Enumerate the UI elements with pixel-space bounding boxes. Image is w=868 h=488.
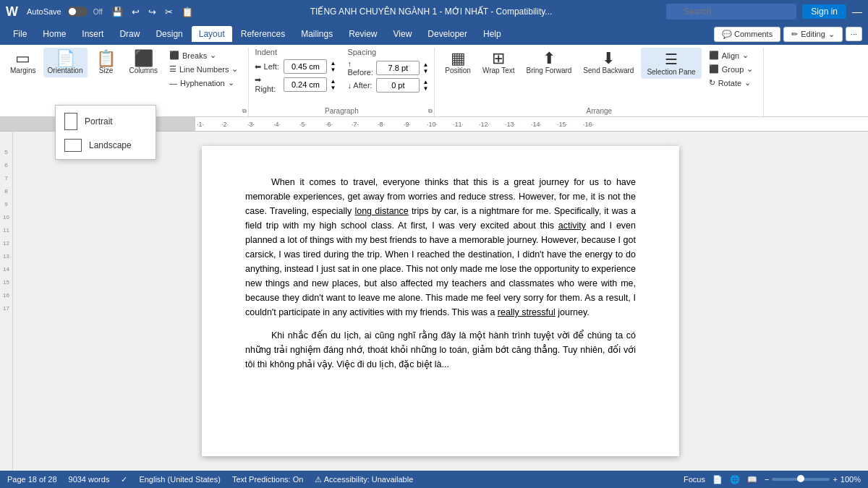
wrap-text-button[interactable]: ⊞ Wrap Text bbox=[478, 48, 519, 77]
spacing-after-up[interactable]: ▲ bbox=[422, 79, 428, 85]
menu-home[interactable]: Home bbox=[35, 26, 73, 42]
columns-button[interactable]: ⬛ Columns bbox=[125, 48, 162, 77]
rotate-label: Rotate bbox=[718, 79, 741, 87]
undo-button[interactable]: ↩ bbox=[129, 5, 142, 19]
paragraph-group: Indent ⬅ Left: ▲ ▼ ➡ Right: ▲ bbox=[249, 48, 435, 116]
save-button[interactable]: 💾 bbox=[109, 5, 126, 19]
ruler-tick: ·3· bbox=[247, 121, 255, 128]
margins-icon: ▭ bbox=[15, 51, 30, 67]
menu-file[interactable]: File bbox=[6, 26, 34, 42]
landscape-option[interactable]: Landscape bbox=[56, 134, 156, 156]
accessibility-label[interactable]: ⚠ Accessibility: Unavailable bbox=[315, 475, 413, 484]
position-icon: ▦ bbox=[451, 51, 466, 67]
menu-developer[interactable]: Developer bbox=[420, 26, 475, 42]
size-button[interactable]: 📋 Size bbox=[90, 48, 122, 77]
menu-layout[interactable]: Layout bbox=[192, 26, 232, 42]
indent-left-input[interactable] bbox=[284, 59, 327, 74]
zoom-out-button[interactable]: − bbox=[765, 475, 769, 484]
spacing-before-up[interactable]: ▲ bbox=[422, 61, 428, 68]
breaks-button[interactable]: ⬛ Breaks ⌄ bbox=[165, 49, 242, 61]
format-button[interactable]: 📋 bbox=[179, 5, 196, 19]
spacing-after-spin[interactable]: ▲ ▼ bbox=[422, 79, 428, 92]
indent-left-row: ⬅ Left: ▲ ▼ bbox=[255, 59, 336, 74]
menu-right-side: 💬 Comments ✏ Arrange Editing ⌄ ··· bbox=[714, 27, 862, 42]
selection-pane-button[interactable]: ☰ Selection Pane bbox=[641, 48, 701, 79]
language-label[interactable]: English (United States) bbox=[139, 475, 221, 484]
zoom-in-button[interactable]: + bbox=[833, 475, 837, 484]
line-numbers-label: Line Numbers bbox=[179, 65, 229, 74]
spacing-before-spin[interactable]: ▲ ▼ bbox=[422, 61, 428, 74]
arrange-content: ▦ Position ⊞ Wrap Text ⬆ Bring Forward ⬇… bbox=[441, 48, 757, 106]
view-print-icon[interactable]: 📄 bbox=[712, 475, 723, 484]
spacing-before-down[interactable]: ▼ bbox=[422, 68, 428, 74]
spacing-before-input[interactable] bbox=[376, 61, 420, 75]
portrait-option[interactable]: Portrait bbox=[56, 108, 156, 134]
indent-left-down[interactable]: ▼ bbox=[330, 67, 336, 73]
menu-view[interactable]: View bbox=[386, 26, 420, 42]
indent-col: Indent ⬅ Left: ▲ ▼ ➡ Right: ▲ bbox=[255, 48, 336, 93]
page-setup-dialog-launcher[interactable]: ⧉ bbox=[242, 108, 247, 115]
underline-activity: activity bbox=[558, 221, 586, 231]
ruler-tick: ·13· bbox=[505, 121, 516, 128]
indent-left-spin[interactable]: ▲ ▼ bbox=[330, 60, 336, 73]
group-button[interactable]: ⬛ Group ⌄ bbox=[705, 63, 758, 75]
ruler-tick: ·1· bbox=[197, 121, 204, 128]
indent-right-input[interactable] bbox=[284, 77, 327, 92]
position-button[interactable]: ▦ Position bbox=[441, 48, 475, 77]
document-area: 5 6 7 8 9 10 11 12 13 14 15 16 17 When i… bbox=[0, 132, 868, 471]
view-read-icon[interactable]: 📖 bbox=[747, 475, 757, 484]
menu-references[interactable]: References bbox=[234, 26, 292, 42]
arrange-group: ▦ Position ⊞ Wrap Text ⬆ Bring Forward ⬇… bbox=[435, 48, 764, 116]
document-scroll-area[interactable]: When it comes to travel, everyone thinks… bbox=[13, 132, 868, 471]
spacing-after-down[interactable]: ▼ bbox=[422, 85, 428, 92]
orientation-button[interactable]: 📄 Orientation bbox=[43, 48, 88, 77]
indent-left-up[interactable]: ▲ bbox=[330, 60, 336, 67]
cut-button[interactable]: ✂ bbox=[162, 5, 176, 19]
search-wrapper: 🔍 bbox=[666, 4, 796, 20]
page-options-col: ⬛ Breaks ⌄ ☰ Line Numbers ⌄ — Hyphenatio… bbox=[165, 48, 242, 89]
spacing-col: Spacing ↑ Before: ▲ ▼ ↓ After: ▲ bbox=[347, 48, 428, 93]
line-numbers-button[interactable]: ☰ Line Numbers ⌄ bbox=[165, 63, 242, 75]
indent-right-spin[interactable]: ▲ ▼ bbox=[330, 78, 336, 91]
send-backward-button[interactable]: ⬇ Send Backward bbox=[579, 48, 638, 77]
columns-icon: ⬛ bbox=[134, 51, 153, 67]
autosave-toggle[interactable] bbox=[67, 7, 88, 17]
zoom-thumb bbox=[797, 475, 804, 482]
redo-button[interactable]: ↪ bbox=[145, 5, 159, 19]
margins-button[interactable]: ▭ Margins bbox=[6, 48, 41, 77]
menu-bar: File Home Insert Draw Design Layout Refe… bbox=[0, 23, 868, 45]
zoom-slider[interactable] bbox=[772, 478, 830, 481]
comments-button[interactable]: 💬 Comments bbox=[714, 27, 780, 42]
line-numbers-icon: ☰ bbox=[169, 64, 176, 74]
paragraph-dialog-launcher[interactable]: ⧉ bbox=[428, 108, 433, 115]
view-web-icon[interactable]: 🌐 bbox=[730, 475, 740, 484]
minimize-icon[interactable]: — bbox=[852, 6, 862, 17]
selection-pane-icon: ☰ bbox=[665, 51, 678, 68]
menu-help[interactable]: Help bbox=[476, 26, 509, 42]
bring-forward-button[interactable]: ⬆ Bring Forward bbox=[522, 48, 576, 77]
margins-label: Margins bbox=[10, 67, 36, 74]
indent-right-up[interactable]: ▲ bbox=[330, 78, 336, 85]
menu-review[interactable]: Review bbox=[341, 26, 384, 42]
focus-label[interactable]: Focus bbox=[684, 475, 705, 484]
spell-check-icon[interactable]: ✓ bbox=[121, 475, 127, 484]
menu-draw[interactable]: Draw bbox=[112, 26, 147, 42]
sign-in-button[interactable]: Sign in bbox=[802, 4, 846, 19]
menu-insert[interactable]: Insert bbox=[75, 26, 111, 42]
indent-right-down[interactable]: ▼ bbox=[330, 85, 336, 91]
spacing-after-input[interactable] bbox=[376, 78, 420, 93]
editing-button[interactable]: ✏ Arrange Editing ⌄ bbox=[783, 27, 843, 42]
overflow-button[interactable]: ··· bbox=[846, 27, 862, 41]
indent-left-label: ⬅ Left: bbox=[255, 62, 281, 72]
arrange-main-btns: ▦ Position ⊞ Wrap Text ⬆ Bring Forward ⬇… bbox=[441, 48, 701, 79]
hyphenation-button[interactable]: — Hyphenation ⌄ bbox=[165, 77, 242, 89]
menu-mailings[interactable]: Mailings bbox=[294, 26, 340, 42]
align-button[interactable]: ⬛ Align ⌄ bbox=[705, 49, 758, 61]
landscape-icon bbox=[64, 139, 82, 152]
search-input[interactable] bbox=[666, 4, 796, 20]
orientation-dropdown: Portrait Landscape bbox=[55, 105, 156, 160]
rotate-button[interactable]: ↻ Rotate ⌄ bbox=[705, 77, 758, 89]
page-info: Page 18 of 28 bbox=[7, 475, 57, 484]
menu-design[interactable]: Design bbox=[148, 26, 190, 42]
send-backward-label: Send Backward bbox=[583, 67, 634, 74]
